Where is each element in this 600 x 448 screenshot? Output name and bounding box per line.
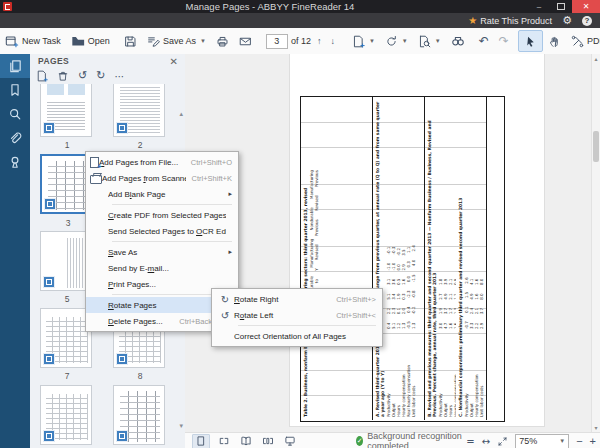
menu-item[interactable]: Add Pages from Scanner... Ctrl+Shift+K [86,170,238,186]
page-badge-icon [116,122,128,134]
panel-more-icon[interactable]: ⋯ [114,71,125,82]
menu-item[interactable]: Send Selected Pages to OCR Editor [86,223,238,239]
fit-height-button[interactable]: = [466,436,474,447]
page-preview-caret-icon: ▼ [435,38,441,44]
save-icon [124,35,137,48]
view-two-page-scrolling-button[interactable] [260,435,276,448]
menu-item[interactable]: Save As ▸ [86,244,238,260]
submenu-arrow-icon: ▸ [228,248,232,256]
redo-button[interactable]: ↷ [494,31,514,51]
menubar-item[interactable] [42,13,56,28]
scroll-down-icon[interactable]: ▾ [592,424,600,431]
page-thumbnail[interactable]: 1 [40,77,92,137]
menubar-item[interactable] [14,13,28,28]
panel-rotate-left-icon[interactable]: ↺ [78,71,87,81]
submenu-item[interactable]: Rotate Right Ctrl+Shift+> [212,291,382,307]
page-thumbnail[interactable]: 2 [113,77,165,137]
panel-close-icon[interactable]: ✕ [170,56,178,67]
table-row: Hourly compensation 1.6 1.3 1.2 0.9 [453,100,456,417]
rotate-button[interactable]: ▼ [380,31,413,51]
panel-scroll-down-icon[interactable]: ▾ [179,422,183,430]
page-number-label: 8 [114,371,166,381]
menu-item[interactable]: Add Blank Page ▸ [86,186,238,202]
hand-icon [548,35,561,48]
title-bar: Manage Pages - ABBYY FineReader 14 – ✕ [0,0,600,13]
submenu-item[interactable]: Correct Orientation of All Pages [212,328,382,344]
menubar-item[interactable] [28,13,42,28]
rotate-icon [385,35,398,48]
select-tool-button[interactable] [518,30,543,52]
help-icon[interactable]: ? [582,16,592,26]
view-single-page-button[interactable] [192,434,210,448]
menubar-item[interactable] [0,13,14,28]
table-section-heading: B. Revised and previous measures: third … [427,100,437,417]
table-section-heading: C. Nonfinancial corporations: preliminar… [458,100,463,417]
fit-width-button[interactable]: ↔ [482,436,490,447]
document-view[interactable]: Table 2. Business, nonfarm business and … [185,54,600,432]
page-navigation: 3 of 12 ↑ ↓ [261,31,343,51]
find-button[interactable] [446,31,470,51]
hand-tool-button[interactable] [543,31,566,51]
table-section-heading: Table 2. Business, nonfarm business and … [303,100,308,417]
minimize-button[interactable]: – [528,0,550,13]
next-page-button[interactable]: ↓ [327,36,338,46]
table-row: Unit labor costs 1.3 -0.2 -0.8 -1.5 4.0 … [411,100,416,417]
menubar-item[interactable] [56,13,70,28]
email-button[interactable] [234,31,257,51]
previous-page-button[interactable]: ↑ [314,36,325,46]
page-number-label: 7 [41,371,93,381]
scroll-up-icon[interactable]: ▴ [592,55,600,62]
rate-this-product[interactable]: Rate This Product [480,16,552,26]
add-pages-button[interactable]: ▼ [347,31,380,51]
open-folder-icon [71,34,85,48]
sidebar-item-attachments[interactable] [0,126,30,150]
page-badge-icon [44,198,56,210]
page-magnifier-icon [418,35,431,48]
sidebar-item-pages[interactable] [0,54,30,78]
fullscreen-icon[interactable] [497,436,508,447]
view-one-page-scrolling-button[interactable] [216,435,232,448]
page-thumbnail[interactable]: 9 [40,385,92,445]
zoom-in-button[interactable]: + [590,435,596,447]
restore-button[interactable] [550,0,572,13]
page-preview-button[interactable]: ▼ [413,31,446,51]
print-button[interactable] [211,31,234,51]
open-button[interactable]: Open [66,31,115,51]
scrollbar-thumb[interactable] [593,131,599,162]
table-row: Q to Q Y to Y Revised Previous Revised P… [314,100,319,417]
sidebar-item-signatures[interactable] [0,150,30,174]
menu-item[interactable]: Create PDF from Selected Pages [86,207,238,223]
menu-item[interactable]: Send by E-mail... [86,260,238,276]
page-number-input[interactable]: 3 [266,34,288,49]
panel-delete-icon[interactable] [57,70,69,82]
save-button[interactable] [119,31,142,51]
view-presentation-button[interactable] [282,435,298,448]
panel-rotate-right-icon[interactable]: ↻ [96,71,105,81]
page-badge-icon [116,353,128,365]
zoom-select[interactable]: 75% ▼ [515,434,569,448]
menu-item-icon [90,175,102,184]
pages-panel-title: PAGES [38,56,170,66]
pdf-tools-button[interactable]: PDF Tools [566,31,600,51]
save-as-button[interactable]: Save As ▼ [142,31,211,51]
sidebar-item-search[interactable] [0,102,30,126]
settings-gear-icon[interactable]: ⚙ [562,14,572,27]
page-thumbnail[interactable]: 10 [113,385,165,445]
zoom-out-button[interactable]: − [576,435,582,447]
panel-add-page-icon[interactable] [36,70,48,82]
cursor-icon [524,35,537,48]
page-number-label: 1 [41,140,93,150]
view-two-page-button[interactable] [238,435,254,448]
sidebar-item-bookmarks[interactable] [0,78,30,102]
undo-button[interactable]: ↶ [474,31,494,51]
panel-scroll-up-icon[interactable]: ▴ [179,110,183,118]
new-task-button[interactable]: New Task [0,31,66,51]
vertical-scrollbar[interactable]: ▴ ▾ [591,54,600,432]
main-toolbar: New Task Open Save As ▼ 3 of 12 ↑ ↓ [0,28,600,55]
page-badge-icon [43,353,55,365]
check-icon: ✓ [356,436,363,446]
menu-item[interactable]: Add Pages from File... Ctrl+Shift+O [86,154,238,170]
table-section: C. Nonfinancial corporations: preliminar… [456,97,487,420]
close-button[interactable]: ✕ [572,0,600,13]
submenu-item[interactable]: Rotate Left Ctrl+Shift+< [212,307,382,323]
